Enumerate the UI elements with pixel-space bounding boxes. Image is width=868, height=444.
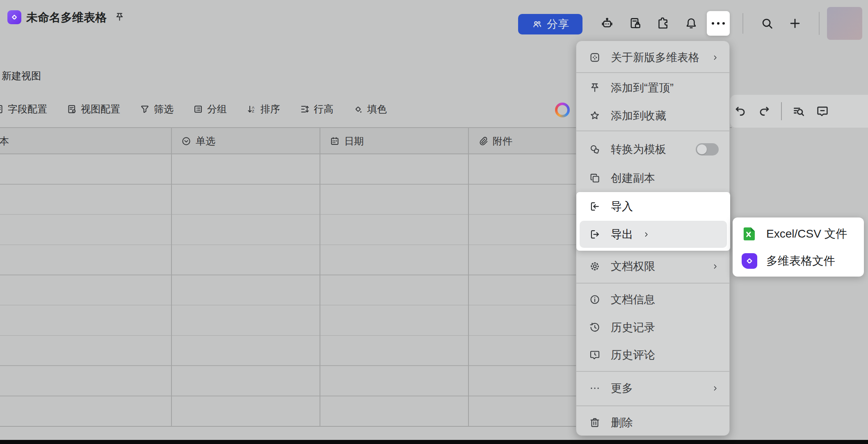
star-icon [589, 110, 601, 122]
toolbar-filter[interactable]: 筛选 [139, 103, 174, 116]
menu-divider [576, 283, 729, 284]
topbar: 未命名多维表格 分享 [0, 0, 868, 48]
user-avatar[interactable] [827, 7, 862, 40]
menu-item-add-to-pinned[interactable]: 添加到“置顶” [576, 75, 729, 101]
export-submenu: Excel/CSV 文件 多维表格文件 [733, 217, 864, 277]
field-config-icon [0, 104, 4, 114]
menu-item-label: 历史评论 [611, 348, 719, 362]
view-toolbar: 字段配置 视图配置 筛选 分组 [0, 98, 387, 120]
extensions-puzzle-icon[interactable] [656, 16, 670, 30]
table-grid[interactable] [0, 154, 617, 426]
sort-az-icon: A Z [246, 104, 257, 114]
menu-item-label: 导出 [611, 227, 633, 242]
submenu-item-label: Excel/CSV 文件 [766, 226, 847, 242]
toolbar-divider [781, 102, 782, 120]
column-divider[interactable] [320, 128, 320, 426]
redo-icon[interactable] [757, 104, 771, 118]
export-icon [589, 228, 601, 240]
share-label: 分享 [547, 17, 569, 32]
menu-item-convert-to-template[interactable]: 转换为模板 [576, 136, 729, 162]
bitable-app-icon [7, 10, 21, 24]
svg-text:A: A [252, 105, 255, 110]
column-divider[interactable] [468, 128, 469, 426]
toolbar-group[interactable]: 分组 [193, 103, 227, 116]
view-tab-new-view[interactable]: 新建视图 [2, 69, 41, 82]
date-calendar-icon [329, 136, 340, 146]
excel-file-icon [742, 226, 757, 242]
find-in-table-icon[interactable] [792, 104, 806, 118]
table-bottom-border [0, 426, 617, 427]
submenu-item-bitable-file[interactable]: 多维表格文件 [733, 248, 864, 274]
ellipsis-icon [589, 382, 601, 394]
toolbar-view-config[interactable]: 视图配置 [66, 103, 120, 116]
column-header-date[interactable]: 日期 [320, 128, 468, 154]
menu-item-label: 导入 [611, 199, 633, 214]
automation-robot-icon[interactable] [600, 16, 614, 30]
menu-divider [576, 72, 729, 73]
chevron-right-icon [643, 231, 650, 238]
menu-item-label: 文档权限 [611, 259, 702, 274]
menu-item-history[interactable]: 历史记录 [576, 314, 729, 341]
toolbar-label: 行高 [314, 103, 333, 116]
menu-item-about-bitable[interactable]: 关于新版多维表格 [576, 44, 729, 71]
menu-divider [576, 371, 729, 372]
template-shapes-icon [589, 143, 601, 156]
ai-assistant-icon[interactable] [555, 103, 570, 117]
more-menu-button[interactable] [707, 11, 730, 36]
toolbar-fill-color[interactable]: 填色 [353, 103, 387, 116]
pin-icon[interactable] [114, 11, 125, 23]
menu-item-label: 历史记录 [611, 320, 719, 335]
share-button[interactable]: 分享 [518, 14, 582, 34]
menu-item-more[interactable]: 更多 [576, 375, 729, 401]
document-title[interactable]: 未命名多维表格 [26, 11, 107, 25]
dot [717, 22, 720, 25]
undo-icon[interactable] [733, 104, 747, 118]
topbar-divider [819, 12, 820, 35]
column-divider[interactable] [171, 128, 172, 426]
import-icon [589, 200, 601, 213]
menu-item-export[interactable]: 导出 [580, 221, 727, 248]
search-icon[interactable] [760, 16, 774, 30]
menu-item-doc-info[interactable]: 文档信息 [576, 286, 729, 313]
import-export-spotlight: 导入 导出 [576, 192, 730, 251]
pin-icon [589, 82, 601, 94]
filter-funnel-icon [139, 104, 150, 114]
menu-item-doc-permission[interactable]: 文档权限 [576, 253, 729, 279]
menu-divider [576, 130, 729, 131]
menu-item-import[interactable]: 导入 [576, 192, 730, 221]
column-header-single-select[interactable]: 单选 [171, 128, 320, 154]
toolbar-field-config[interactable]: 字段配置 [0, 103, 47, 116]
template-toggle-off[interactable] [696, 143, 719, 156]
dot [722, 22, 725, 25]
menu-item-history-comments[interactable]: 历史评论 [576, 342, 729, 368]
column-header-text[interactable]: 文本 [0, 128, 171, 154]
toolbar-sort[interactable]: A Z 排序 [246, 103, 280, 116]
toolbar-label: 筛选 [154, 103, 174, 116]
menu-item-delete[interactable]: 删除 [576, 410, 729, 436]
bitable-file-icon [742, 253, 757, 269]
new-plus-icon[interactable] [788, 16, 802, 30]
view-config-icon [66, 104, 77, 114]
submenu-item-label: 多维表格文件 [766, 253, 835, 269]
notifications-bell-icon[interactable] [684, 16, 698, 30]
dot [712, 22, 714, 25]
toolbar-row-height[interactable]: 行高 [299, 103, 333, 116]
menu-item-label: 转换为模板 [611, 142, 686, 157]
fill-color-icon [353, 104, 363, 114]
doc-permission-icon[interactable] [628, 16, 642, 30]
single-select-icon [181, 136, 192, 146]
menu-item-create-copy[interactable]: 创建副本 [576, 165, 729, 191]
menu-item-add-to-favorites[interactable]: 添加到收藏 [576, 103, 729, 129]
chevron-right-icon [712, 263, 719, 270]
more-menu-dropdown: 关于新版多维表格 添加到“置顶” 添加到收藏 转换为模板 [576, 41, 730, 436]
chevron-right-icon [712, 54, 719, 61]
info-icon [589, 293, 601, 306]
menu-item-label: 创建副本 [611, 171, 719, 185]
chevron-right-icon [712, 385, 719, 392]
comment-history-icon [589, 349, 601, 361]
column-label: 日期 [344, 135, 364, 148]
gear-icon [589, 260, 601, 272]
comments-icon[interactable] [815, 104, 829, 118]
submenu-item-excel-csv[interactable]: Excel/CSV 文件 [733, 221, 864, 247]
menu-item-label: 添加到“置顶” [611, 80, 719, 95]
